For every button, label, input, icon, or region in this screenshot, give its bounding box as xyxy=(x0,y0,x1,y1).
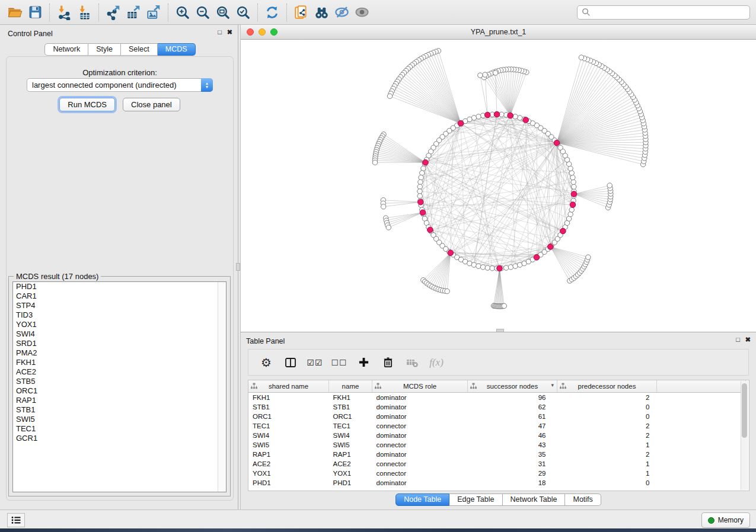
save-session-button[interactable] xyxy=(25,2,45,23)
zoom-fit-button[interactable] xyxy=(213,2,233,23)
table-cell[interactable]: TEC1 xyxy=(248,421,329,431)
table-cell[interactable]: 61 xyxy=(468,412,557,421)
table-row[interactable]: STB1STB1dominator620 xyxy=(248,402,746,412)
mcds-result-item[interactable]: SWI4 xyxy=(13,329,226,339)
table-settings-gear-icon[interactable]: ⚙ xyxy=(259,355,274,370)
mcds-result-item[interactable]: FKH1 xyxy=(13,358,226,367)
table-row[interactable]: ORC1ORC1dominator610 xyxy=(248,412,746,421)
table-cell[interactable]: dominator xyxy=(372,393,468,403)
table-row[interactable]: TEC1TEC1connector472 xyxy=(248,421,746,431)
zoom-in-button[interactable] xyxy=(173,2,193,23)
network-from-file-button[interactable] xyxy=(291,2,311,23)
export-network-button[interactable] xyxy=(103,2,123,23)
deselect-all-icon[interactable]: ☐☐ xyxy=(331,355,347,370)
tab-network[interactable]: Network xyxy=(44,43,88,56)
result-list-scrollbar[interactable] xyxy=(218,282,226,492)
tab-node-table[interactable]: Node Table xyxy=(395,493,449,506)
close-traffic-light[interactable] xyxy=(247,28,254,36)
table-cell[interactable]: 46 xyxy=(468,431,557,440)
delete-table-icon[interactable] xyxy=(404,355,420,370)
column-header-MCDS-role[interactable]: MCDS role xyxy=(372,380,468,393)
float-table-panel-icon[interactable]: □ xyxy=(736,336,740,343)
table-cell[interactable]: 62 xyxy=(468,402,557,412)
table-cell[interactable]: 1 xyxy=(557,440,657,450)
mcds-result-item[interactable]: PMA2 xyxy=(13,348,226,358)
mcds-result-item[interactable]: ACE2 xyxy=(13,367,226,377)
mcds-result-item[interactable]: CAR1 xyxy=(13,291,226,301)
table-cell[interactable]: SWI5 xyxy=(329,440,372,450)
table-cell[interactable]: dominator xyxy=(372,402,468,412)
zoom-selected-button[interactable] xyxy=(233,2,253,23)
table-cell[interactable]: SWI4 xyxy=(329,431,372,440)
table-scrollbar[interactable] xyxy=(741,381,748,490)
table-cell[interactable]: YOX1 xyxy=(248,469,329,478)
refresh-layout-button[interactable] xyxy=(262,2,282,23)
zoom-out-button[interactable] xyxy=(193,2,213,23)
table-cell[interactable]: SWI4 xyxy=(248,431,329,440)
table-cell[interactable]: 0 xyxy=(557,402,657,412)
table-cell[interactable]: connector xyxy=(372,459,468,469)
table-cell[interactable]: dominator xyxy=(372,431,468,440)
table-cell[interactable]: TEC1 xyxy=(329,421,372,431)
table-cell[interactable]: 2 xyxy=(557,421,657,431)
table-cell[interactable]: STB1 xyxy=(248,402,329,412)
hide-details-button[interactable] xyxy=(331,2,352,23)
mcds-result-item[interactable]: STB5 xyxy=(13,377,226,386)
table-cell[interactable]: 96 xyxy=(468,393,557,403)
table-cell[interactable]: 18 xyxy=(468,478,557,488)
table-cell[interactable]: 0 xyxy=(557,478,657,488)
mcds-result-item[interactable]: SWI5 xyxy=(13,415,226,424)
mcds-result-item[interactable]: STB1 xyxy=(13,405,226,415)
mcds-result-item[interactable]: STP4 xyxy=(13,301,226,310)
table-cell[interactable]: ORC1 xyxy=(329,412,372,421)
table-cell[interactable]: RAP1 xyxy=(329,450,372,459)
mcds-result-item[interactable]: SRD1 xyxy=(13,339,226,348)
global-search-field[interactable] xyxy=(577,5,750,20)
table-cell[interactable]: ACE2 xyxy=(248,459,329,469)
table-cell[interactable]: connector xyxy=(372,440,468,450)
mcds-result-item[interactable]: TEC1 xyxy=(13,424,226,434)
export-table-button[interactable] xyxy=(123,2,143,23)
mcds-result-item[interactable]: PHD1 xyxy=(13,282,226,291)
table-cell[interactable]: PHD1 xyxy=(329,478,372,488)
table-scrollbar-thumb[interactable] xyxy=(742,383,747,438)
tab-style[interactable]: Style xyxy=(88,43,121,56)
table-cell[interactable]: RAP1 xyxy=(248,450,329,459)
add-column-icon[interactable] xyxy=(356,355,371,370)
table-cell[interactable]: 0 xyxy=(557,412,657,421)
criterion-dropdown[interactable]: largest connected component (undirected)… xyxy=(27,78,213,92)
table-row[interactable]: SWI4SWI4dominator462 xyxy=(248,431,746,440)
tab-network-table[interactable]: Network Table xyxy=(503,493,566,506)
table-row[interactable]: SWI5SWI5connector431 xyxy=(248,440,746,450)
table-cell[interactable]: 1 xyxy=(557,459,657,469)
delete-column-icon[interactable] xyxy=(380,355,395,370)
search-network-button[interactable] xyxy=(311,2,331,23)
table-cell[interactable]: 29 xyxy=(468,469,557,478)
table-row[interactable]: FKH1FKH1dominator962 xyxy=(248,393,746,403)
select-all-icon[interactable]: ☑☑ xyxy=(307,355,323,370)
table-cell[interactable]: 2 xyxy=(557,450,657,459)
close-panel-button[interactable]: Close panel xyxy=(123,98,180,111)
table-row[interactable]: YOX1YOX1connector291 xyxy=(248,469,746,478)
table-cell[interactable]: 2 xyxy=(557,431,657,440)
tab-select[interactable]: Select xyxy=(121,43,158,56)
table-row[interactable]: PHD1PHD1dominator180 xyxy=(248,478,746,488)
maximize-traffic-light[interactable] xyxy=(270,28,277,36)
show-details-button[interactable] xyxy=(352,2,372,23)
mcds-result-item[interactable]: GCR1 xyxy=(13,434,226,443)
column-header-predecessor-nodes[interactable]: predecessor nodes xyxy=(557,380,657,393)
table-cell[interactable]: YOX1 xyxy=(329,469,372,478)
table-cell[interactable]: 1 xyxy=(557,469,657,478)
table-cell[interactable]: 47 xyxy=(468,421,557,431)
table-cell[interactable]: 43 xyxy=(468,440,557,450)
table-cell[interactable]: 2 xyxy=(557,393,657,403)
import-table-button[interactable] xyxy=(74,2,94,23)
table-row[interactable]: RAP1RAP1dominator352 xyxy=(248,450,746,459)
table-cell[interactable]: SWI5 xyxy=(248,440,329,450)
mcds-result-item[interactable]: ORC1 xyxy=(13,386,226,396)
table-cell[interactable]: dominator xyxy=(372,450,468,459)
network-window-titlebar[interactable]: YPA_prune.txt_1 xyxy=(241,25,756,40)
table-cell[interactable]: connector xyxy=(372,469,468,478)
column-header-successor-nodes[interactable]: successor nodes▾ xyxy=(468,380,557,393)
search-input[interactable] xyxy=(591,8,745,17)
